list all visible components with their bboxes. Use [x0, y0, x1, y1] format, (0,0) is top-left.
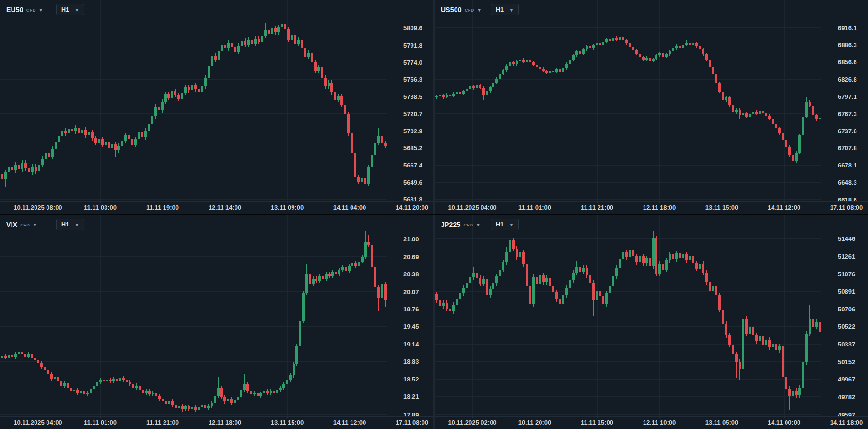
price-tick-label: 19.76 [403, 305, 419, 312]
time-tick-label: 14.11 12:00 [768, 204, 801, 211]
time-tick-label: 14.11 04:00 [333, 204, 366, 211]
symbol-button[interactable]: VIX CFD ▼ [6, 221, 56, 228]
price-tick-label: 49967 [838, 376, 855, 383]
candles-layer [1, 12, 387, 197]
symbol-button[interactable]: EU50 CFD ▼ [6, 6, 56, 13]
price-tick-label: 6648.3 [838, 179, 857, 186]
time-tick-mark [225, 202, 225, 203]
price-axis[interactable]: 5144651261510765089150706505225033750152… [821, 215, 868, 416]
time-tick-label: 11.11 01:00 [518, 204, 551, 211]
plot-wrap [435, 0, 821, 201]
symbol-button[interactable]: JP225 CFD ▼ [441, 221, 491, 228]
timeframe-label: H1 [496, 6, 504, 13]
time-tick-label: 17.11 08:00 [396, 419, 429, 426]
symbol-label: VIX [6, 221, 17, 228]
timeframe-button[interactable]: H1 ▼ [491, 219, 519, 230]
price-tick-label: 50522 [838, 323, 855, 330]
time-tick-label: 13.11 15:00 [705, 204, 739, 211]
time-tick-label: 10.11.2025 02:00 [448, 419, 496, 426]
time-axis[interactable]: 10.11.2025 08:0011.11 03:0011.11 19:0012… [0, 201, 433, 214]
price-tick-label: 6886.3 [838, 41, 857, 48]
chart-plot[interactable] [0, 0, 387, 201]
time-tick-mark [659, 202, 660, 203]
price-tick-label: 50891 [838, 288, 855, 295]
chevron-down-icon: ▼ [39, 8, 43, 12]
time-tick-mark [722, 202, 722, 203]
price-axis[interactable]: 6916.16886.36856.66826.86797.16767.36737… [821, 0, 868, 201]
time-tick-mark [163, 417, 163, 418]
price-tick-label: 6826.8 [838, 76, 857, 83]
cfd-badge: CFD [465, 8, 474, 12]
time-tick-mark [659, 417, 660, 418]
price-tick-label: 19.45 [403, 323, 419, 330]
price-tick-label: 6797.1 [838, 93, 857, 100]
time-axis[interactable]: 10.11.2025 04:0011.11 01:0011.11 21:0012… [435, 201, 868, 214]
time-tick-mark [100, 202, 101, 203]
time-tick-label: 17.11 08:00 [830, 204, 863, 211]
time-tick-mark [38, 417, 38, 418]
time-tick-label: 13.11 15:00 [271, 419, 304, 426]
multichart-grid: EU50 CFD ▼ H1 ▼ 5809.65791.85774.05756.3… [0, 0, 868, 429]
time-tick-mark [412, 417, 412, 418]
symbol-button[interactable]: US500 CFD ▼ [441, 6, 491, 13]
price-tick-label: 21.00 [403, 236, 419, 243]
time-tick-mark [597, 417, 598, 418]
price-tick-label: 50337 [838, 341, 855, 348]
time-tick-label: 12.11 10:00 [643, 419, 676, 426]
time-tick-label: 14.11 12:00 [333, 419, 366, 426]
chevron-down-icon: ▼ [33, 223, 37, 227]
price-tick-label: 6678.1 [838, 162, 857, 169]
chart-row: 5809.65791.85774.05756.35738.55720.75702… [0, 0, 433, 201]
price-axis[interactable]: 21.0020.6920.3820.0719.7619.4519.1418.83… [387, 215, 433, 416]
timeframe-button[interactable]: H1 ▼ [491, 4, 519, 15]
price-tick-label: 5791.8 [403, 41, 422, 48]
chart-panel-us500: US500 CFD ▼ H1 ▼ 6916.16886.36856.66826.… [434, 0, 868, 214]
time-tick-label: 11.11 21:00 [581, 204, 613, 211]
timeframe-label: H1 [61, 6, 69, 13]
price-tick-label: 6737.6 [838, 127, 857, 134]
time-tick-label: 11.11 03:00 [84, 204, 117, 211]
price-tick-label: 6916.1 [838, 24, 857, 31]
time-tick-label: 10.11.2025 04:00 [448, 204, 496, 211]
chart-header: JP225 CFD ▼ H1 ▼ [441, 219, 519, 230]
chart-row: 21.0020.6920.3820.0719.7619.4519.1418.83… [0, 215, 433, 416]
time-tick-label: 10.11 20:00 [518, 419, 551, 426]
time-axis[interactable]: 10.11.2025 02:0010.11 20:0011.11 15:0012… [435, 416, 868, 429]
time-tick-mark [784, 202, 785, 203]
time-axis[interactable]: 10.11.2025 04:0011.11 01:0011.11 21:0012… [0, 416, 433, 429]
timeframe-label: H1 [61, 221, 69, 228]
plot-wrap [0, 215, 387, 416]
time-tick-mark [287, 202, 288, 203]
chart-panel-vix: VIX CFD ▼ H1 ▼ 21.0020.6920.3820.0719.76… [0, 215, 434, 429]
price-tick-label: 50152 [838, 358, 855, 365]
price-axis[interactable]: 5809.65791.85774.05756.35738.55720.75702… [387, 0, 433, 201]
chevron-down-icon: ▼ [75, 8, 79, 12]
timeframe-button[interactable]: H1 ▼ [56, 4, 84, 15]
chart-plot[interactable] [435, 215, 821, 416]
price-tick-label: 6707.8 [838, 144, 857, 152]
chevron-down-icon: ▼ [477, 8, 481, 12]
price-tick-label: 18.21 [403, 393, 419, 400]
price-tick-label: 51076 [838, 270, 855, 277]
price-tick-label: 6856.6 [838, 59, 857, 66]
plot-wrap [435, 215, 821, 416]
price-tick-label: 49782 [838, 393, 855, 401]
time-tick-mark [784, 417, 785, 418]
chart-plot[interactable] [435, 0, 821, 201]
chart-plot[interactable] [0, 215, 387, 416]
chevron-down-icon: ▼ [509, 223, 514, 227]
price-tick-label: 5685.2 [403, 144, 422, 152]
time-tick-label: 10.11.2025 04:00 [13, 419, 62, 426]
price-tick-label: 51261 [838, 253, 855, 260]
price-tick-label: 20.38 [403, 271, 419, 278]
time-tick-mark [846, 417, 847, 418]
cfd-badge: CFD [463, 223, 473, 227]
chevron-down-icon: ▼ [509, 8, 514, 12]
time-tick-label: 12.11 14:00 [209, 204, 242, 211]
time-tick-mark [472, 417, 473, 418]
timeframe-button[interactable]: H1 ▼ [56, 219, 84, 230]
price-tick-label: 20.07 [403, 288, 419, 295]
symbol-label: JP225 [441, 221, 460, 228]
gridlines [0, 215, 387, 416]
price-tick-label: 5774.0 [403, 59, 422, 66]
